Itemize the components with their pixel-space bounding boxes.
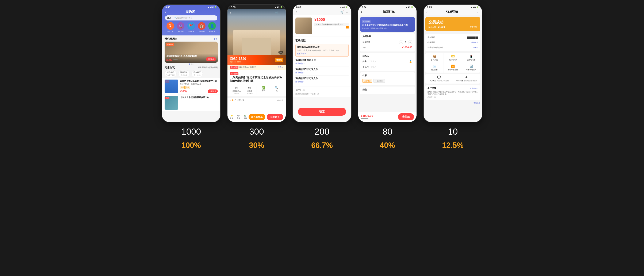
option-item-2[interactable]: 高级标间A周末入住 查看详情＞ [296, 58, 348, 66]
qty-plus[interactable]: + [408, 40, 412, 44]
phone1-body: 带你玩周末 更多 未来销售 北京星河湾酒店2天1晚含早晚餐套餐 ¥899 ¥15… [162, 36, 220, 122]
add-to-cart-btn[interactable]: 加入购物车 [248, 114, 265, 120]
option-link-4[interactable]: 查看详情＞ [296, 80, 348, 83]
promo-more[interactable]: 领券 > [278, 66, 283, 68]
address-val[interactable]: 编辑地址 [472, 41, 478, 44]
option-link-2[interactable]: 查看详情＞ [296, 62, 348, 65]
option-item-4[interactable]: 高级标间B非周末入住 查看详情＞ [296, 76, 348, 84]
phone4-title: 填写订单 [364, 10, 414, 14]
store-btn[interactable]: 🏪 全店 [244, 115, 247, 120]
item-row-note: 管理激活到的说明 查看 > [428, 45, 478, 50]
time-4: 8:04 [362, 6, 366, 8]
collect-btn[interactable]: ⭐ 收藏 [230, 115, 234, 120]
action-seller[interactable]: 💬 商家旺旺 商品高低快速选购 [426, 74, 453, 84]
list-content-1: 古北之光酒店高级标间1晚赠送餐厅门票 首尔早餐2份 | 高级标间A1楼 限时 早… [180, 80, 218, 93]
phone3-nav: ‹ 🛒 ··· [293, 9, 351, 16]
phone2-title: 【限时抢购】古北水镇古北之光酒店高级标间1晚赠送早餐门票 [230, 76, 283, 83]
icon-scenic[interactable]: 🏛 景点入场 [166, 22, 174, 32]
phone4-promo-section: 优惠 定期性价 不使用里程 [360, 72, 415, 85]
icon-hotspring[interactable]: 🔮 温泉民宿 [177, 22, 184, 32]
product-selected: 已选：「高级标间A非周末入住」 [314, 23, 348, 26]
name-verify-icon: 🏅 [409, 60, 412, 63]
icon-hotel[interactable]: 🏨 周边住宿 [198, 22, 206, 32]
action-refund[interactable]: 🔄 可申请退款吗 [462, 63, 480, 72]
amenity-room-label: 高级标间A [232, 90, 240, 92]
more-btn-1[interactable]: ··· [214, 10, 217, 14]
list-tag-limited: 限时 [180, 86, 185, 89]
more-link[interactable]: 更多 [214, 38, 218, 40]
phone-1: 3:35 ▲ WiFi 🔋 ‹ 周边游 ··· 北京 [162, 4, 221, 122]
more-btn-3[interactable]: ··· [346, 10, 348, 14]
phone1-nav: ‹ 周边游 ··· [165, 10, 217, 14]
stat-number-2: 300 [249, 126, 264, 137]
success-fee[interactable]: 费用明细 [470, 26, 477, 29]
list-item-1[interactable]: 北京 古北之光酒店高级标间1晚赠送餐厅门票 首尔早餐2份 | 高级标间A1楼 限… [162, 78, 220, 94]
amenity-check-label: 凭 [276, 90, 278, 92]
phone-column-2: 8:03 ▲ 4G 🔋 ‹ 🛒 [227, 4, 286, 150]
phone2-price-banner: ¥980-1340 约 ¥ 988-2349 带你玩 [228, 55, 286, 65]
icon-camp[interactable]: 👤 特色营地 [208, 22, 216, 32]
phone1-banner[interactable]: 未来销售 北京星河湾酒店2天1晚含早晚餐套餐 ¥899 ¥1560 立即购买 [164, 42, 218, 63]
tab-hotel[interactable]: 精品住宿 ¥大量于帮你 [164, 70, 176, 77]
phone1-search[interactable]: 北京 | 🔍 搜索绝佳旅行去处 [165, 16, 217, 20]
phone2-nav-right: 🛒 ··· [275, 11, 283, 14]
buy-now-btn[interactable]: 立即购买 [267, 114, 283, 120]
cart-icon-2[interactable]: 🛒 [275, 11, 278, 14]
action-fliggy[interactable]: ✈ 联系飞猪 处理商品问题请选择 [453, 74, 480, 84]
note-val[interactable]: 查看 > [473, 46, 478, 49]
name-input-row: 姓名 请输入 🏅 [362, 59, 412, 64]
action-shipping[interactable]: 📦 多久发货 [426, 53, 444, 63]
status-icons-5: ▲ 4G 🔋 [471, 6, 478, 8]
action-traffic[interactable]: 📶 如何节省流量 [444, 63, 462, 72]
action-noemail[interactable]: ✉️ 无法邮件 [426, 63, 444, 72]
coupon-inactive[interactable]: 不使用里程 [374, 79, 385, 83]
dot-indicator [346, 26, 348, 28]
action-payment[interactable]: 💳 多久内付款 [444, 53, 462, 63]
qty-minus[interactable]: − [399, 40, 403, 44]
phone2-price-range: ¥980-1340 约 ¥ 988-2349 [230, 57, 246, 63]
action-simcard[interactable]: 📱 设置电话卡 [462, 53, 480, 63]
coupon-active[interactable]: 定期性价 [362, 79, 372, 83]
phone-value[interactable]: 请输入 [370, 66, 412, 68]
back-btn-4[interactable]: ‹ [361, 10, 362, 14]
stat-percent-4: 40% [380, 141, 395, 150]
tab-spa[interactable]: 温泉美食 轻松出发 [178, 70, 190, 77]
phone-column-5: 8:05 ▲ 4G 🔋 ‹ 订单详情 ··· 交易成功 实付金额：¥1000 [423, 4, 482, 150]
service-btn[interactable]: 💬 客服 [237, 115, 240, 120]
apply-sub: 选择商品及召看1个适用门店 [296, 92, 348, 95]
phone1-tabs: 精品住宿 ¥大量于帮你 温泉美食 轻松出发 美食餐厅 边·一次·晚 [162, 70, 220, 78]
banner-btn[interactable]: 立即购买 [206, 58, 216, 61]
option-item-3[interactable]: 高级标间B非周末入住 查看详情＞ [296, 66, 348, 76]
more-btn-5[interactable]: ··· [477, 10, 480, 14]
pay-btn[interactable]: 去付款 [398, 113, 414, 120]
refund-link[interactable]: 售后退款 [474, 102, 480, 104]
list-item-2[interactable]: 北京 北京古北水镇精品酒店住宿1晚 [162, 95, 220, 111]
phone1-icons-row: 🏛 景点入场 🔮 温泉民宿 🚩 出游攻略 🏨 [165, 20, 217, 33]
phone3-nav-icons: 🛒 ··· [340, 10, 348, 14]
phone3-product-header: ¥1000 已选：「高级标间A非周末入住」 [293, 16, 351, 36]
item-row-address: 收件地址 编辑地址 [428, 40, 478, 45]
promo-tag: 限时优惠 [230, 66, 238, 68]
phone2-hero: ‹ 🛒 ··· 1/5 [228, 9, 286, 55]
note-label: 管理激活到的说明 [428, 46, 443, 49]
back-btn-3[interactable]: ‹ [296, 10, 297, 14]
cart-icon-3[interactable]: 🛒 [340, 10, 344, 14]
tab-food[interactable]: 美食餐厅 边·一次·晚 [192, 70, 203, 77]
confirm-btn[interactable]: 确定 [298, 108, 346, 116]
section2-sub: 明天 星期天 赶紧安排起 [198, 66, 218, 69]
list-btn-1[interactable]: 立即购买 [208, 90, 218, 93]
name-value[interactable]: 请输入 [370, 60, 407, 63]
option-link-3[interactable]: 查看详情＞ [296, 71, 348, 74]
more-btn-2[interactable]: ··· [281, 11, 283, 14]
option-title-4: 高级标间B非周末入住 [296, 77, 348, 80]
phone5-refund: 售后退款 [424, 101, 482, 105]
realname-label: 实名认证 [428, 36, 435, 39]
option-sub-1: 类型：2张大人床1有餐位2份，情况：日期餐 | 2份 [297, 49, 347, 52]
icon-guide[interactable]: 🚩 出游攻略 [188, 22, 195, 32]
back-btn-2[interactable]: ‹ [230, 10, 231, 15]
option-link-1[interactable]: 查看详情＞ [297, 52, 347, 55]
banner-price: ¥899 [166, 58, 172, 62]
guarantee-more[interactable]: 查看更多 > [470, 87, 478, 90]
option-item-1[interactable]: 高级标间A非周末入住 类型：2张大人床1有餐位2份，情况：日期餐 | 2份 查看… [296, 44, 348, 56]
list-img-1: 北京 [164, 80, 178, 93]
